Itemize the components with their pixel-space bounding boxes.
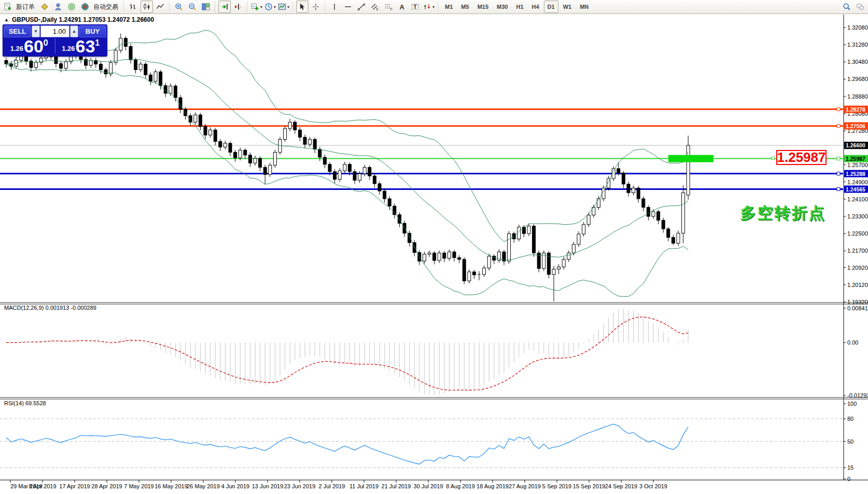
- toolbar-vertical-line-button[interactable]: [328, 1, 341, 13]
- hline-objects-layer: [0, 108, 843, 191]
- svg-text:26 May 2019: 26 May 2019: [187, 483, 220, 489]
- collapse-panel-arrow[interactable]: ▲: [4, 17, 9, 22]
- buy-price-small: 1.26: [62, 45, 75, 52]
- toolbar-crosshair-button[interactable]: [310, 1, 322, 13]
- macd-layer: [6, 309, 688, 395]
- toolbar-profiles-button[interactable]: [38, 1, 51, 13]
- data-window-icon: [54, 3, 62, 11]
- macd-label: MACD(12,26,9) 0.001913 -0.000289: [4, 305, 96, 311]
- buy-button[interactable]: BUY: [79, 25, 106, 37]
- svg-text:1.31280: 1.31280: [847, 42, 868, 48]
- timeframe-M1-button[interactable]: M1: [441, 1, 456, 13]
- svg-text:1.20920: 1.20920: [847, 265, 868, 271]
- highlight-rectangle[interactable]: [668, 155, 713, 162]
- buy-price[interactable]: 1.26 63 1: [55, 37, 107, 54]
- svg-text:24 Sep 2019: 24 Sep 2019: [605, 483, 637, 489]
- toolbar-trendline-button[interactable]: [355, 1, 368, 13]
- toolbar-chat-button[interactable]: [854, 1, 866, 13]
- chat-icon: [856, 3, 864, 11]
- toolbar-tile-windows-button[interactable]: [200, 1, 212, 13]
- arrows-icon: [423, 3, 431, 11]
- svg-text:2 Jul 2019: 2 Jul 2019: [319, 483, 345, 489]
- svg-text:4 Jun 2019: 4 Jun 2019: [221, 483, 249, 489]
- volume-input[interactable]: 1.00: [40, 25, 69, 37]
- svg-text:E: E: [376, 7, 379, 11]
- svg-text:1.23300: 1.23300: [847, 213, 868, 219]
- svg-text:8 Aug 2019: 8 Aug 2019: [446, 483, 475, 489]
- buy-price-big: 63: [76, 39, 95, 54]
- toolbar-templates-button[interactable]: ▾: [277, 1, 290, 13]
- toolbar-new-order-label[interactable]: 新订单: [15, 3, 38, 11]
- timeframe-M30-button[interactable]: M30: [493, 1, 511, 13]
- chevron-down-icon: ▾: [274, 5, 276, 9]
- axes-layer: [0, 15, 868, 480]
- strategy-tester-icon: [67, 3, 76, 11]
- rsi-layer: [0, 419, 843, 468]
- toolbar-line-chart-button[interactable]: [154, 1, 166, 13]
- mt4-window: 新订单自动交易▾▾▾EFAT▾M1M5M15M30H1H4D1W1MN 1.32…: [0, 0, 868, 494]
- toolbar-periods-button[interactable]: ▾: [264, 1, 276, 13]
- svg-text:F: F: [390, 7, 393, 11]
- toolbar-new-order-button[interactable]: [2, 1, 14, 13]
- toolbar-arrows-button[interactable]: ▾: [423, 1, 435, 13]
- toolbar-text-button[interactable]: A: [396, 1, 408, 13]
- timeframe-H4-button[interactable]: H4: [528, 1, 543, 13]
- toolbar-auto-scroll-button[interactable]: [218, 1, 231, 13]
- sell-button[interactable]: SELL: [4, 25, 31, 37]
- chevron-down-icon: ▾: [287, 5, 289, 9]
- timeframe-D1-button[interactable]: D1: [544, 1, 558, 13]
- svg-text:27 Aug 2019: 27 Aug 2019: [509, 483, 541, 489]
- toolbar-candlestick-button[interactable]: [141, 1, 153, 13]
- svg-text:1.25288: 1.25288: [846, 171, 865, 177]
- channel-icon: E: [371, 3, 379, 11]
- toolbar-zoom-out-button[interactable]: [186, 1, 199, 13]
- svg-text:1.22500: 1.22500: [847, 230, 868, 237]
- horizontal-line-icon: [344, 3, 352, 11]
- hline-anchor-handle[interactable]: [772, 157, 775, 160]
- toolbar-search-button[interactable]: [841, 1, 853, 13]
- svg-text:0.008411: 0.008411: [847, 305, 868, 311]
- toolbar-indicators-button[interactable]: ▾: [250, 1, 263, 13]
- toolbar-separator: [169, 2, 170, 12]
- toolbar-autotrading-button[interactable]: [79, 1, 91, 13]
- volume-down-button[interactable]: ▼: [32, 25, 40, 37]
- svg-text:80: 80: [847, 416, 853, 422]
- volume-up-button[interactable]: ▲: [70, 25, 78, 37]
- autotrading-icon: [81, 3, 89, 11]
- toolbar-data-window-button[interactable]: [52, 1, 64, 13]
- timeframe-W1-button[interactable]: W1: [559, 1, 576, 13]
- toolbar-bar-chart-button[interactable]: [127, 1, 139, 13]
- svg-text:1.24565: 1.24565: [846, 186, 865, 193]
- toolbar-chart-shift-button[interactable]: [232, 1, 244, 13]
- svg-text:15: 15: [847, 464, 853, 471]
- toolbar-autotrading-label[interactable]: 自动交易: [92, 3, 121, 11]
- crosshair-icon: [312, 3, 320, 11]
- sell-price[interactable]: 1.26 60 0: [4, 37, 55, 54]
- toolbar-horizontal-line-button[interactable]: [342, 1, 354, 13]
- toolbar: 新订单自动交易▾▾▾EFAT▾M1M5M15M30H1H4D1W1MN: [0, 0, 868, 14]
- date-scale[interactable]: 29 Mar 20198 Apr 201917 Apr 201928 Apr 2…: [10, 480, 667, 489]
- toolbar-fibonacci-button[interactable]: F: [382, 1, 395, 13]
- svg-text:17 Apr 2019: 17 Apr 2019: [59, 483, 90, 489]
- trendline-icon: [357, 3, 366, 11]
- toolbar-separator: [215, 2, 216, 12]
- toolbar-zoom-in-button[interactable]: [173, 1, 185, 13]
- svg-text:3 Oct 2019: 3 Oct 2019: [639, 483, 667, 489]
- timeframe-M5-button[interactable]: M5: [457, 1, 472, 13]
- price-scale[interactable]: 1.320801.312801.304801.296801.288801.280…: [844, 24, 868, 482]
- timeframe-H1-button[interactable]: H1: [512, 1, 527, 13]
- svg-text:8 Apr 2019: 8 Apr 2019: [29, 483, 56, 489]
- toolbar-label-button[interactable]: T: [409, 1, 422, 13]
- svg-text:1.32080: 1.32080: [847, 24, 868, 31]
- svg-text:1.29680: 1.29680: [847, 76, 868, 82]
- toolbar-channel-button[interactable]: E: [369, 1, 381, 13]
- text-icon: A: [398, 3, 406, 11]
- timeframe-MN-button[interactable]: MN: [576, 1, 592, 13]
- price-callout-box[interactable]: 1.25987: [776, 150, 827, 165]
- sell-price-big: 60: [24, 39, 44, 54]
- timeframe-M15-button[interactable]: M15: [474, 1, 492, 13]
- toolbar-strategy-tester-button[interactable]: [65, 1, 78, 13]
- sell-price-small: 1.26: [10, 45, 23, 52]
- svg-text:1.24900: 1.24900: [847, 179, 868, 185]
- toolbar-cursor-button[interactable]: [296, 1, 309, 13]
